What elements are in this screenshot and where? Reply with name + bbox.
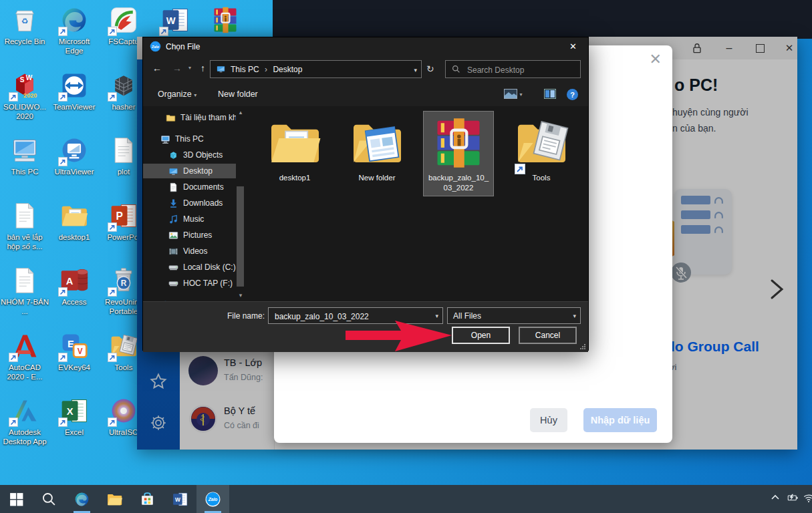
taskbar-search-button[interactable] bbox=[33, 485, 65, 513]
cube-3d-icon bbox=[168, 150, 178, 160]
desktop-icon-desktop1[interactable]: desktop1 bbox=[49, 201, 99, 242]
sidebar-item-label: Downloads bbox=[183, 198, 223, 208]
svg-text:Zalo: Zalo bbox=[208, 497, 218, 502]
desktop-icon-label: Excel bbox=[49, 428, 99, 437]
desktop-icon-access[interactable]: AAccess bbox=[49, 266, 99, 307]
desktop-icon-nh-m-7-b-n[interactable]: NHÓM 7-BẢN ... bbox=[0, 266, 49, 317]
desktop-icon-item[interactable]: W bbox=[150, 5, 200, 35]
sidebar-item-documents[interactable]: Documents bbox=[143, 180, 236, 194]
up-icon[interactable]: ↑ bbox=[200, 63, 205, 73]
sidebar-scroll-down-icon[interactable]: ▾ bbox=[236, 292, 245, 299]
sidebar-item-this-pc[interactable]: This PC bbox=[143, 132, 236, 146]
sidebar-item-desktop[interactable]: Desktop bbox=[143, 164, 236, 178]
breadcrumb-this-pc[interactable]: This PC bbox=[231, 65, 259, 74]
ultraiso-icon bbox=[109, 396, 138, 425]
folder-floppy-icon bbox=[513, 115, 569, 171]
file-name-input[interactable] bbox=[273, 309, 423, 324]
new-folder-button[interactable]: New folder bbox=[218, 90, 258, 99]
modal-cancel-button[interactable]: Hủy bbox=[530, 408, 567, 432]
search-input[interactable] bbox=[466, 61, 575, 78]
start-button[interactable] bbox=[0, 485, 33, 513]
recent-locations-chevron-icon[interactable]: ▾ bbox=[188, 65, 191, 71]
ultraviewer-icon bbox=[59, 136, 89, 165]
desktop-icon-solidwo-2020[interactable]: SW2020SOLIDWO... 2020 bbox=[0, 71, 49, 122]
refresh-icon[interactable]: ↻ bbox=[426, 64, 434, 73]
sidebar-item-videos[interactable]: Videos bbox=[143, 244, 236, 259]
breadcrumb-desktop[interactable]: Desktop bbox=[273, 65, 302, 74]
sidebar-item-label: Videos bbox=[183, 246, 207, 256]
shortcut-arrow-icon bbox=[108, 222, 117, 232]
search-box[interactable] bbox=[445, 60, 581, 78]
desktop-icon-excel[interactable]: XExcel bbox=[49, 396, 99, 437]
sidebar-item-3d-objects[interactable]: 3D Objects bbox=[143, 148, 236, 162]
open-button[interactable]: Open bbox=[452, 327, 510, 344]
sidebar-item-hoc-tap-f[interactable]: HOC TAP (F:) bbox=[143, 276, 236, 291]
sidebar-item-local-disk-c[interactable]: Local Disk (C:) bbox=[143, 260, 236, 275]
this-pc-icon bbox=[10, 136, 39, 165]
desktop-icon-ultraviewer[interactable]: UltraViewer bbox=[49, 136, 99, 176]
file-name-chevron-icon[interactable]: ▾ bbox=[435, 313, 438, 319]
svg-text:W: W bbox=[166, 15, 176, 26]
dialog-close-icon[interactable]: ✕ bbox=[558, 37, 588, 55]
start-icon bbox=[8, 491, 25, 508]
location-icon bbox=[216, 64, 226, 74]
help-button[interactable]: ? bbox=[567, 89, 578, 100]
desktop-icon-label: UltraViewer bbox=[49, 167, 99, 176]
dialog-footer: File name: ▾ All Files ▾ Open Cancel bbox=[143, 301, 588, 352]
desktop-icon-item[interactable] bbox=[200, 5, 250, 35]
sidebar-item-downloads[interactable]: Downloads bbox=[143, 196, 236, 210]
file-tile-tools[interactable]: Tools bbox=[507, 112, 576, 196]
file-type-combo[interactable]: All Files ▾ bbox=[447, 307, 581, 324]
file-tile-desktop1[interactable]: desktop1 bbox=[260, 112, 329, 196]
sidebar-item-pictures[interactable]: Pictures bbox=[143, 228, 236, 242]
wifi-icon[interactable] bbox=[801, 492, 812, 506]
fscapture-icon bbox=[109, 5, 138, 35]
document-icon bbox=[10, 266, 39, 295]
desktop-icon-autocad-2020-e[interactable]: AutoCAD 2020 - E... bbox=[0, 331, 49, 382]
sidebar-scrollbar-thumb[interactable] bbox=[237, 186, 244, 287]
svg-text:Zalo: Zalo bbox=[151, 45, 160, 49]
taskbar-store-button[interactable] bbox=[131, 485, 164, 513]
music-note-icon bbox=[168, 214, 178, 224]
desktop-icon-this-pc[interactable]: This PC bbox=[0, 136, 49, 176]
autocad-icon bbox=[10, 331, 39, 361]
file-name-combo[interactable]: ▾ bbox=[268, 307, 443, 324]
sidebar-item-music[interactable]: Music bbox=[143, 212, 236, 226]
address-bar[interactable]: This PC › Desktop ▾ bbox=[210, 60, 422, 78]
desktop-icon-b-n-v-l-p-h-p-s-s[interactable]: bản vẽ lắp hộp số s... bbox=[0, 201, 49, 252]
modal-import-button[interactable]: Nhập dữ liệu bbox=[583, 408, 657, 432]
forward-icon[interactable]: → bbox=[172, 63, 182, 73]
battery-charging-icon[interactable] bbox=[784, 492, 801, 506]
file-type-chevron-icon[interactable]: ▾ bbox=[573, 313, 576, 319]
desktop-icon-label: desktop1 bbox=[49, 232, 99, 242]
resize-grip[interactable] bbox=[579, 343, 586, 350]
back-icon[interactable]: ← bbox=[152, 63, 162, 73]
taskbar-explorer-button[interactable] bbox=[98, 485, 131, 513]
tray-chevron-up-icon[interactable] bbox=[767, 492, 784, 506]
preview-pane-icon[interactable] bbox=[544, 89, 556, 101]
dialog-titlebar: Zalo Chọn File ✕ bbox=[143, 37, 588, 55]
desktop-icon-evkey64[interactable]: EVEVKey64 bbox=[49, 331, 99, 372]
desktop-icon-teamviewer[interactable]: TeamViewer bbox=[49, 71, 99, 112]
file-tile-backup-zalo-10-03-2022[interactable]: backup_zalo_10_03_2022 bbox=[424, 112, 493, 196]
solidworks-icon: SW2020 bbox=[10, 71, 39, 100]
taskbar-zalo-button[interactable]: Zalo bbox=[196, 485, 229, 513]
desktop-icon-autodesk-desktop-app[interactable]: Autodesk Desktop App bbox=[0, 396, 49, 447]
address-dropdown-chevron-icon[interactable]: ▾ bbox=[414, 67, 417, 73]
file-name-label: File name: bbox=[203, 311, 265, 321]
taskbar-edge-button[interactable] bbox=[65, 485, 98, 513]
sidebar-item-label: 3D Objects bbox=[183, 150, 223, 160]
sidebar-item-t-i-li-u-tham-kh[interactable]: Tài liệu tham khả bbox=[143, 110, 236, 125]
shortcut-arrow-icon bbox=[58, 287, 67, 297]
dialog-cancel-button[interactable]: Cancel bbox=[519, 327, 577, 344]
organize-menu[interactable]: Organize ▾ bbox=[158, 90, 196, 99]
views-button[interactable]: ▾ bbox=[504, 89, 523, 99]
taskbar-word-button[interactable]: W bbox=[164, 485, 196, 513]
svg-text:V: V bbox=[78, 347, 83, 356]
background-window-strip bbox=[273, 0, 812, 39]
modal-close-icon[interactable]: ✕ bbox=[650, 52, 662, 67]
desktop-icon-recycle-bin[interactable]: ♻Recycle Bin bbox=[0, 5, 49, 46]
file-tile-new-folder[interactable]: New folder bbox=[342, 112, 412, 196]
sidebar-scroll-up-icon[interactable]: ▴ bbox=[236, 109, 245, 116]
desktop-icon-microsoft-edge[interactable]: Microsoft Edge bbox=[49, 5, 99, 56]
